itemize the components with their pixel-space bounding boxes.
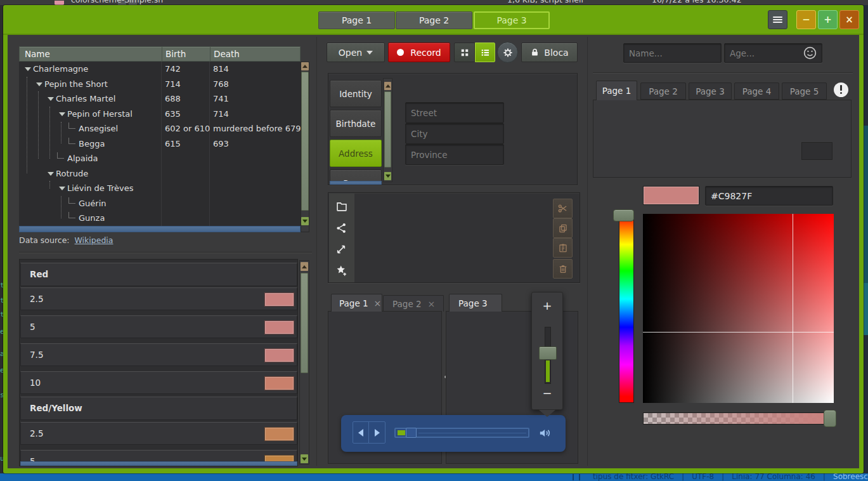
list-view-toggle-active[interactable] bbox=[475, 43, 495, 62]
tab-close-icon[interactable]: × bbox=[374, 298, 382, 308]
delete-button[interactable] bbox=[553, 259, 573, 279]
share-icon[interactable] bbox=[336, 223, 347, 234]
list-hscrollbar-thumb[interactable] bbox=[20, 461, 297, 466]
tree-row[interactable]: Charlemagne 742 814 bbox=[19, 62, 301, 77]
hex-color-input[interactable] bbox=[705, 186, 833, 206]
close-button[interactable]: × bbox=[839, 10, 859, 29]
sidebar-hscrollbar-thumb[interactable] bbox=[330, 181, 382, 185]
expander-icon[interactable] bbox=[48, 172, 54, 176]
name-field[interactable] bbox=[623, 43, 722, 63]
titlebar-tab-page1[interactable]: Page 1 bbox=[318, 11, 395, 29]
mid-tab-page1-active[interactable]: Page 1 × bbox=[331, 294, 382, 312]
maximize-button[interactable]: + bbox=[818, 10, 838, 29]
paste-button[interactable] bbox=[553, 238, 573, 258]
hue-slider[interactable] bbox=[619, 214, 634, 403]
pane-separator[interactable] bbox=[587, 37, 588, 466]
tree-row[interactable]: Guérin bbox=[19, 196, 301, 211]
scroll-up-button[interactable] bbox=[384, 82, 391, 90]
sidebar-scrollbar-thumb[interactable] bbox=[384, 91, 391, 168]
wikipedia-link[interactable]: Wikipedia bbox=[75, 235, 113, 245]
alpha-slider-handle[interactable] bbox=[824, 410, 836, 427]
pane-separator[interactable] bbox=[316, 37, 317, 466]
sidebar-item-address-selected[interactable]: Address bbox=[330, 140, 382, 167]
lock-button[interactable]: Bloca bbox=[521, 43, 578, 62]
right-tab-page1-active[interactable]: Page 1 bbox=[596, 81, 637, 100]
tab-close-icon[interactable]: × bbox=[428, 299, 436, 309]
copy-button[interactable] bbox=[553, 218, 573, 238]
smiley-icon[interactable] bbox=[803, 46, 817, 60]
tree-row[interactable]: Ansegisel 602 or 610 murdered before 679 bbox=[19, 121, 301, 136]
tree-hscrollbar-thumb[interactable] bbox=[19, 226, 301, 232]
list-item[interactable]: 2.5 bbox=[20, 287, 297, 310]
star-new-icon[interactable] bbox=[335, 265, 347, 277]
warning-badge[interactable] bbox=[834, 82, 848, 97]
volume-slider-handle[interactable] bbox=[539, 346, 557, 360]
next-button[interactable] bbox=[368, 421, 385, 444]
minimize-button[interactable]: − bbox=[796, 10, 816, 29]
titlebar-tab-page2[interactable]: Page 2 bbox=[396, 11, 472, 29]
right-tab-page2[interactable]: Page 2 bbox=[640, 82, 686, 100]
sidebar-item-identity[interactable]: Identity bbox=[330, 80, 382, 107]
list-item[interactable]: 2.5 bbox=[20, 422, 297, 445]
scroll-down-button[interactable] bbox=[301, 454, 308, 463]
expander-icon[interactable] bbox=[59, 112, 65, 116]
city-field[interactable] bbox=[405, 123, 504, 144]
expander-icon[interactable] bbox=[48, 97, 54, 101]
sv-crosshair-vertical bbox=[793, 214, 793, 403]
tree-row[interactable]: Charles Martel 688 741 bbox=[19, 91, 301, 107]
right-tab-page4[interactable]: Page 4 bbox=[734, 82, 779, 100]
expander-icon[interactable] bbox=[59, 187, 65, 190]
list-item[interactable]: 5 bbox=[20, 315, 297, 338]
scroll-down-button[interactable] bbox=[301, 217, 309, 225]
settings-button[interactable] bbox=[497, 42, 518, 63]
selected-color-swatch[interactable] bbox=[643, 186, 699, 205]
tree-column-birth[interactable]: Birth bbox=[165, 49, 186, 59]
tree-row[interactable]: Pepin of Herstal 635 714 bbox=[19, 107, 301, 122]
previous-button[interactable] bbox=[353, 421, 369, 444]
color-listbox: Red 2.5 5 7.5 10 Red/Yellow 2.5 5 bbox=[19, 259, 298, 466]
tree-row[interactable]: Alpaida bbox=[19, 151, 301, 166]
street-field[interactable] bbox=[405, 102, 504, 123]
tree-row[interactable]: Begga 615 693 bbox=[19, 136, 301, 152]
grid-view-toggle[interactable] bbox=[454, 43, 475, 62]
right-tab-page3[interactable]: Page 3 bbox=[689, 82, 732, 100]
province-field[interactable] bbox=[405, 144, 504, 165]
right-tab-page5[interactable]: Page 5 bbox=[782, 82, 827, 100]
list-item[interactable]: 7.5 bbox=[20, 343, 297, 366]
scroll-down-button[interactable] bbox=[384, 172, 391, 180]
expand-icon[interactable] bbox=[336, 244, 346, 254]
mid-tab-page3-active[interactable]: Page 3 bbox=[449, 294, 502, 312]
volume-plus-button[interactable]: + bbox=[532, 299, 562, 312]
column-divider[interactable] bbox=[162, 47, 162, 61]
menu-button[interactable] bbox=[768, 10, 787, 29]
sv-color-area[interactable] bbox=[643, 214, 834, 403]
cut-button[interactable] bbox=[553, 199, 573, 218]
open-button[interactable]: Open bbox=[327, 43, 385, 62]
tree-row[interactable]: Liévin de Trèves bbox=[19, 181, 301, 196]
seek-slider[interactable] bbox=[394, 428, 529, 438]
list-item[interactable]: 10 bbox=[20, 371, 297, 394]
tree-column-death[interactable]: Death bbox=[214, 49, 240, 59]
sidebar-item-birthdate[interactable]: Birthdate bbox=[330, 110, 382, 137]
hue-slider-handle[interactable] bbox=[613, 209, 634, 221]
alpha-slider[interactable] bbox=[643, 412, 832, 425]
list-scrollbar-thumb[interactable] bbox=[301, 273, 308, 373]
tree-row[interactable]: Pepin the Short 714 768 bbox=[19, 77, 301, 92]
slider-handle[interactable] bbox=[406, 428, 417, 438]
record-button[interactable]: Record bbox=[388, 43, 450, 62]
titlebar-tab-page3-active[interactable]: Page 3 bbox=[474, 11, 550, 29]
open-button-label: Open bbox=[339, 48, 362, 58]
scroll-up-button[interactable] bbox=[301, 262, 308, 271]
mid-tab-page2[interactable]: Page 2 × bbox=[383, 295, 444, 312]
expander-icon[interactable] bbox=[25, 67, 31, 71]
tree-row[interactable]: Gunza bbox=[19, 211, 301, 226]
tree-row[interactable]: Rotrude bbox=[19, 166, 301, 181]
volume-icon[interactable] bbox=[539, 427, 553, 439]
column-divider[interactable] bbox=[210, 47, 211, 61]
folder-icon[interactable] bbox=[336, 201, 347, 211]
expander-icon[interactable] bbox=[36, 82, 42, 86]
volume-minus-button[interactable]: − bbox=[532, 386, 562, 400]
tree-column-name[interactable]: Name bbox=[25, 49, 50, 59]
scroll-up-button[interactable] bbox=[301, 62, 309, 70]
tree-scrollbar-thumb[interactable] bbox=[301, 72, 309, 211]
